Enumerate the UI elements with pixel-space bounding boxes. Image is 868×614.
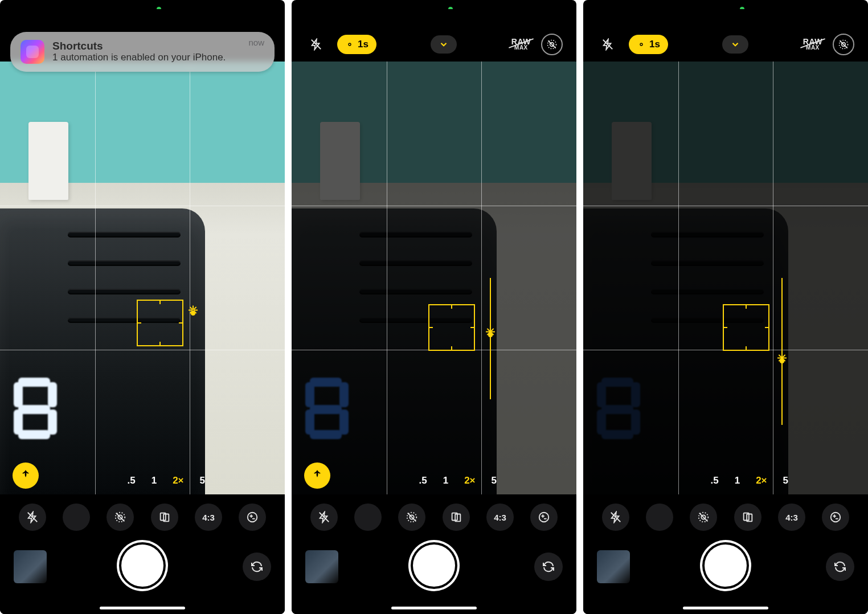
photographic-styles-tool-button[interactable] <box>151 504 178 531</box>
svg-rect-27 <box>310 378 342 387</box>
zoom-selector[interactable]: .5 1 2× 5 <box>127 475 205 486</box>
aspect-ratio-tool-button[interactable]: 4:3 <box>486 504 514 531</box>
viewfinder-scene <box>292 62 576 494</box>
camera-top-controls: 1s RAW MAX <box>583 27 868 62</box>
dynamic-island <box>103 9 182 30</box>
night-mode-duration: 1s <box>358 39 369 50</box>
camera-viewfinder[interactable]: .5 1 2× 5 <box>292 62 576 494</box>
camera-flip-button[interactable] <box>243 552 271 581</box>
shutter-button[interactable] <box>705 545 747 587</box>
photographic-styles-tool-button[interactable] <box>443 504 470 531</box>
flash-tool-button[interactable] <box>602 504 629 531</box>
phone-screen: Shortcuts 1 automation is enabled on you… <box>0 0 285 614</box>
svg-rect-10 <box>48 410 57 435</box>
svg-rect-5 <box>18 378 50 387</box>
expand-controls-button[interactable] <box>431 35 457 54</box>
svg-point-40 <box>539 513 549 522</box>
zoom-level-0-5x[interactable]: .5 <box>127 475 135 486</box>
svg-rect-11 <box>18 430 50 439</box>
viewfinder-scene <box>0 62 285 494</box>
aspect-ratio-tool-button[interactable]: 4:3 <box>195 504 222 531</box>
exposure-sun-icon[interactable] <box>485 330 496 340</box>
notification-banner[interactable]: Shortcuts 1 automation is enabled on you… <box>10 32 275 72</box>
camera-viewfinder[interactable]: .5 1 2× 5 <box>0 62 285 494</box>
zoom-level-2x[interactable]: 2× <box>173 475 183 486</box>
exposure-sun-icon[interactable] <box>777 356 787 366</box>
camera-flip-button[interactable] <box>826 552 854 581</box>
zoom-level-5x[interactable]: 5 <box>783 475 788 486</box>
night-mode-tool-button[interactable] <box>63 504 90 531</box>
camera-viewfinder[interactable]: .5 1 2× 5 <box>583 62 868 494</box>
focus-reticle[interactable] <box>137 300 183 346</box>
exposure-sun-icon[interactable] <box>188 308 198 318</box>
exposure-tool-button[interactable] <box>239 504 266 531</box>
focus-reticle[interactable] <box>428 304 475 351</box>
exposure-slider-track[interactable] <box>781 278 783 425</box>
night-mode-pill[interactable]: 1s <box>337 35 376 54</box>
viewfinder-scene <box>583 62 868 494</box>
shutter-button[interactable] <box>121 545 163 587</box>
night-mode-pill[interactable]: 1s <box>629 35 668 54</box>
flash-off-button[interactable] <box>305 34 327 55</box>
home-indicator[interactable] <box>683 607 768 609</box>
zoom-level-5x[interactable]: 5 <box>200 475 205 486</box>
shutter-row <box>292 540 576 614</box>
night-mode-tool-button[interactable] <box>646 504 673 531</box>
dynamic-island <box>686 9 765 30</box>
focus-reticle[interactable] <box>723 304 769 351</box>
camera-tool-row: 4:3 <box>292 494 576 540</box>
zoom-level-2x[interactable]: 2× <box>464 475 475 486</box>
svg-rect-32 <box>339 410 349 435</box>
status-bar <box>0 0 285 27</box>
home-indicator[interactable] <box>100 607 185 609</box>
live-photo-tool-button[interactable] <box>690 504 717 531</box>
grid-line <box>292 206 576 206</box>
night-mode-tool-button[interactable] <box>354 504 382 531</box>
svg-rect-6 <box>14 382 23 407</box>
grid-line <box>0 206 285 206</box>
last-photo-thumbnail[interactable] <box>305 550 338 583</box>
exposure-tool-button[interactable] <box>530 504 558 531</box>
raw-toggle-button[interactable]: RAW MAX <box>803 39 822 50</box>
last-photo-thumbnail[interactable] <box>14 550 47 583</box>
zoom-selector[interactable]: .5 1 2× 5 <box>710 475 788 486</box>
live-photo-tool-button[interactable] <box>398 504 425 531</box>
exposure-tool-button[interactable] <box>822 504 849 531</box>
zoom-level-1x[interactable]: 1 <box>735 475 740 486</box>
grid-line <box>678 62 679 494</box>
macro-mode-button[interactable] <box>304 462 330 489</box>
zoom-level-5x[interactable]: 5 <box>492 475 497 486</box>
live-photo-off-button[interactable] <box>833 34 854 55</box>
zoom-level-1x[interactable]: 1 <box>152 475 157 486</box>
expand-controls-button[interactable] <box>722 35 748 54</box>
svg-rect-52 <box>601 405 633 414</box>
flash-off-button[interactable] <box>597 34 619 55</box>
raw-toggle-button[interactable]: RAW MAX <box>511 39 531 50</box>
svg-point-23 <box>349 43 351 46</box>
aspect-ratio-tool-button[interactable]: 4:3 <box>778 504 805 531</box>
zoom-selector[interactable]: .5 1 2× 5 <box>419 475 497 486</box>
flash-tool-button[interactable] <box>19 504 46 531</box>
flash-tool-button[interactable] <box>310 504 338 531</box>
svg-rect-54 <box>631 410 640 435</box>
svg-rect-30 <box>310 405 342 414</box>
svg-rect-49 <box>601 378 633 387</box>
svg-rect-51 <box>631 382 640 407</box>
zoom-level-0-5x[interactable]: .5 <box>710 475 718 486</box>
live-photo-off-button[interactable] <box>541 34 563 55</box>
shutter-button[interactable] <box>413 545 455 587</box>
last-photo-thumbnail[interactable] <box>597 550 630 583</box>
night-mode-duration: 1s <box>649 39 660 50</box>
grid-line <box>190 62 190 494</box>
zoom-level-0-5x[interactable]: .5 <box>419 475 427 486</box>
scene-digital-glow <box>595 373 709 486</box>
zoom-level-1x[interactable]: 1 <box>443 475 448 486</box>
camera-flip-button[interactable] <box>534 552 563 581</box>
svg-line-37 <box>408 513 416 522</box>
photographic-styles-tool-button[interactable] <box>734 504 761 531</box>
macro-mode-button[interactable] <box>13 462 39 489</box>
live-photo-tool-button[interactable] <box>107 504 134 531</box>
home-indicator[interactable] <box>391 607 477 609</box>
svg-rect-29 <box>339 382 349 407</box>
zoom-level-2x[interactable]: 2× <box>756 475 767 486</box>
